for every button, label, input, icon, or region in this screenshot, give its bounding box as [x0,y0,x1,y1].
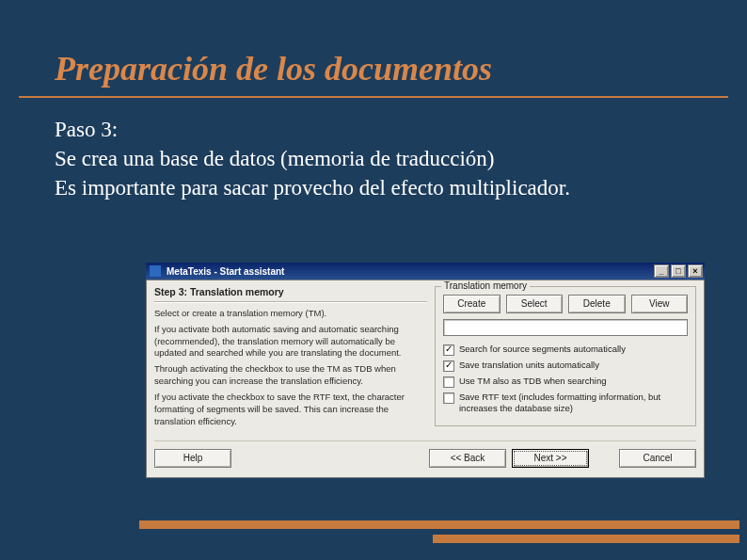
checkbox-row-4[interactable]: Save RTF text (includes formatting infor… [443,392,688,414]
para1: If you activate both automatic saving an… [154,324,427,360]
checkbox-icon[interactable] [443,376,454,388]
step-title: Step 3: Translation memory [154,286,427,297]
help-button[interactable]: Help [154,449,231,468]
next-button[interactable]: Next >> [512,449,589,468]
dialog-window: MetaTexis - Start assistant _ □ × Step 3… [146,263,705,478]
groupbox-legend: Translation memory [441,280,530,291]
dialog-body: Step 3: Translation memory Select or cre… [146,280,705,478]
deco-bar-bottom [433,535,739,543]
tm-groupbox: Translation memory Create Select Delete … [435,286,696,426]
delete-button[interactable]: Delete [568,295,626,313]
back-button[interactable]: << Back [429,449,506,468]
create-button[interactable]: Create [443,295,501,313]
paso-line-2: Es importante para sacar provecho del ef… [55,173,692,202]
minimize-button[interactable]: _ [654,264,669,278]
checkbox-label: Search for source segments automatically [459,344,626,355]
intro-text: Select or create a translation memory (T… [154,308,427,320]
close-button[interactable]: × [688,264,703,278]
slide-body: Paso 3: Se crea una base de datos (memor… [0,98,747,202]
checkbox-icon[interactable] [443,392,454,404]
para2: Through activating the checkbox to use t… [154,363,427,388]
maximize-button[interactable]: □ [671,264,686,278]
window-title: MetaTexis - Start assistant [167,266,284,277]
view-button[interactable]: View [631,295,689,313]
cancel-button[interactable]: Cancel [619,449,696,468]
slide-title: Preparación de los documentos [0,0,747,96]
titlebar[interactable]: MetaTexis - Start assistant _ □ × [146,263,705,280]
checkbox-label: Save translation units automatically [459,360,599,371]
checkbox-row-1[interactable]: Search for source segments automatically [443,344,688,356]
app-icon [150,265,161,277]
select-button[interactable]: Select [506,295,564,313]
instructions: Select or create a translation memory (T… [154,308,427,427]
deco-bar-top [139,520,739,529]
checkbox-label: Use TM also as TDB when searching [459,376,606,387]
tm-path-input[interactable] [443,319,688,336]
right-column: Translation memory Create Select Delete … [435,286,696,431]
left-column: Step 3: Translation memory Select or cre… [154,286,427,431]
paso-label: Paso 3: [55,115,692,144]
checkbox-row-2[interactable]: Save translation units automatically [443,360,688,372]
checkbox-label: Save RTF text (includes formatting infor… [459,392,688,414]
bottom-button-row: Help << Back Next >> Cancel [154,440,696,468]
checkbox-icon[interactable] [443,344,454,356]
decorative-bars [139,520,739,543]
paso-line-1: Se crea una base de datos (memoria de tr… [55,144,692,173]
divider [154,301,427,302]
checkbox-row-3[interactable]: Use TM also as TDB when searching [443,376,688,388]
para3: If you activate the checkbox to save the… [154,392,427,427]
checkbox-icon[interactable] [443,360,454,372]
